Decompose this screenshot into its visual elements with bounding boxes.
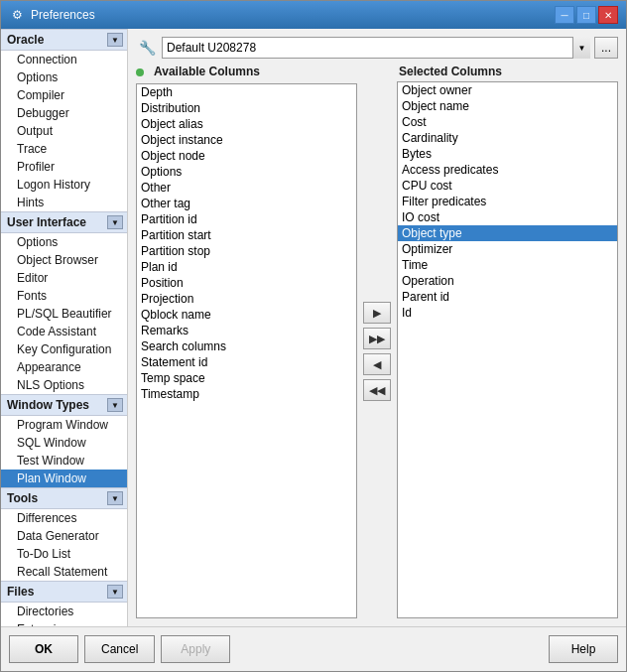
profile-select[interactable]: Default U208278 (162, 37, 590, 59)
sidebar-item-data-generator[interactable]: Data Generator (1, 527, 127, 545)
selected-col-access-predicates[interactable]: Access predicates (398, 162, 617, 178)
selected-col-operation[interactable]: Operation (398, 273, 617, 289)
sidebar-group-label-oracle: Oracle (7, 33, 44, 47)
available-col-qblock-name[interactable]: Qblock name (137, 307, 356, 323)
sidebar-item-hints[interactable]: Hints (1, 194, 127, 211)
available-col-depth[interactable]: Depth (137, 84, 356, 100)
move-left-button[interactable]: ◀ (363, 353, 391, 375)
selected-columns-listbox[interactable]: Object ownerObject nameCostCardinalityBy… (397, 81, 618, 618)
available-col-timestamp[interactable]: Timestamp (137, 386, 356, 402)
sidebar-group-arrow-window-types: ▼ (107, 398, 123, 412)
sidebar-group-window-types[interactable]: Window Types▼ (1, 394, 127, 416)
available-col-remarks[interactable]: Remarks (137, 323, 356, 338)
sidebar-item-code-assistant[interactable]: Code Assistant (1, 323, 127, 340)
sidebar-item-object-browser[interactable]: Object Browser (1, 251, 127, 269)
selected-col-cpu-cost[interactable]: CPU cost (398, 178, 617, 194)
available-col-partition-id[interactable]: Partition id (137, 211, 356, 227)
available-col-other[interactable]: Other (137, 180, 356, 196)
available-columns-box: Available Columns DepthDistributionObjec… (136, 65, 357, 618)
available-col-projection[interactable]: Projection (137, 291, 356, 307)
available-col-plan-id[interactable]: Plan id (137, 259, 356, 275)
sidebar-item-editor[interactable]: Editor (1, 269, 127, 287)
selected-col-cost[interactable]: Cost (398, 114, 617, 130)
sidebar-group-arrow-oracle: ▼ (107, 33, 123, 47)
profile-more-button[interactable]: ... (594, 37, 618, 59)
selected-col-time[interactable]: Time (398, 257, 617, 273)
selected-col-object-name[interactable]: Object name (398, 98, 617, 114)
available-col-options[interactable]: Options (137, 164, 356, 180)
sidebar-item-profiler[interactable]: Profiler (1, 158, 127, 176)
apply-button[interactable]: Apply (161, 635, 230, 663)
minimize-button[interactable]: ─ (555, 6, 574, 24)
move-all-left-button[interactable]: ◀◀ (363, 379, 391, 401)
sidebar-group-tools[interactable]: Tools▼ (1, 487, 127, 509)
selected-col-io-cost[interactable]: IO cost (398, 209, 617, 225)
selected-col-parent-id[interactable]: Parent id (398, 289, 617, 305)
available-col-statement-id[interactable]: Statement id (137, 354, 356, 370)
available-col-partition-stop[interactable]: Partition stop (137, 243, 356, 259)
sidebar-group-label-files: Files (7, 585, 34, 599)
sidebar-item-options[interactable]: Options (1, 68, 127, 86)
sidebar-item-test-window[interactable]: Test Window (1, 452, 127, 470)
available-columns-header: Available Columns (152, 65, 260, 78)
selected-col-cardinality[interactable]: Cardinality (398, 130, 617, 146)
selected-col-id[interactable]: Id (398, 305, 617, 321)
available-col-object-instance[interactable]: Object instance (137, 132, 356, 148)
available-columns-listbox[interactable]: DepthDistributionObject aliasObject inst… (136, 83, 357, 618)
move-right-button[interactable]: ▶ (363, 302, 391, 324)
sidebar-item-nls-options[interactable]: NLS Options (1, 376, 127, 394)
available-col-object-alias[interactable]: Object alias (137, 116, 356, 132)
sidebar-item-program-window[interactable]: Program Window (1, 416, 127, 434)
available-col-temp-space[interactable]: Temp space (137, 370, 356, 386)
sidebar-group-user-interface[interactable]: User Interface▼ (1, 211, 127, 233)
app-icon: ⚙ (9, 7, 25, 23)
move-all-right-button[interactable]: ▶▶ (363, 328, 391, 349)
sidebar-item-fonts[interactable]: Fonts (1, 287, 127, 305)
sidebar-group-arrow-tools: ▼ (107, 491, 123, 505)
sidebar-item-trace[interactable]: Trace (1, 140, 127, 158)
green-dot-icon (136, 68, 144, 76)
selected-col-optimizer[interactable]: Optimizer (398, 241, 617, 257)
sidebar-item-key-configuration[interactable]: Key Configuration (1, 340, 127, 358)
available-col-distribution[interactable]: Distribution (137, 100, 356, 116)
window-title: Preferences (31, 8, 549, 22)
columns-container: Available Columns DepthDistributionObjec… (136, 65, 618, 618)
sidebar-item-output[interactable]: Output (1, 122, 127, 140)
selected-columns-header: Selected Columns (397, 65, 618, 78)
sidebar-group-oracle[interactable]: Oracle▼ (1, 29, 127, 51)
sidebar-item-differences[interactable]: Differences (1, 509, 127, 527)
available-col-search-columns[interactable]: Search columns (137, 338, 356, 354)
sidebar-item-recall-statement[interactable]: Recall Statement (1, 563, 127, 581)
sidebar-item-sql-window[interactable]: SQL Window (1, 434, 127, 452)
sidebar-item-plan-window[interactable]: Plan Window (1, 470, 127, 487)
cancel-button[interactable]: Cancel (84, 635, 155, 663)
sidebar-group-label-window-types: Window Types (7, 398, 89, 412)
sidebar-item-directories[interactable]: Directories (1, 603, 127, 620)
preferences-dialog: ⚙ Preferences ─ □ ✕ Oracle▼ConnectionOpt… (0, 0, 627, 672)
sidebar-item-logon-history[interactable]: Logon History (1, 176, 127, 194)
maximize-button[interactable]: □ (576, 6, 596, 24)
sidebar-group-files[interactable]: Files▼ (1, 581, 127, 603)
selected-col-filter-predicates[interactable]: Filter predicates (398, 194, 617, 209)
profile-icon: 🔧 (136, 37, 158, 59)
sidebar-item-pl/sql-beautifier[interactable]: PL/SQL Beautifier (1, 305, 127, 323)
sidebar-item-to-do-list[interactable]: To-Do List (1, 545, 127, 563)
selected-col-object-owner[interactable]: Object owner (398, 82, 617, 98)
sidebar-item-compiler[interactable]: Compiler (1, 86, 127, 104)
available-col-object-node[interactable]: Object node (137, 148, 356, 164)
close-button[interactable]: ✕ (598, 6, 618, 24)
sidebar-group-arrow-user-interface: ▼ (107, 215, 123, 229)
window-controls: ─ □ ✕ (555, 6, 618, 24)
sidebar: Oracle▼ConnectionOptionsCompilerDebugger… (1, 29, 128, 626)
sidebar-item-options[interactable]: Options (1, 233, 127, 251)
available-col-position[interactable]: Position (137, 275, 356, 291)
available-col-partition-start[interactable]: Partition start (137, 227, 356, 243)
help-button[interactable]: Help (549, 635, 618, 663)
selected-col-bytes[interactable]: Bytes (398, 146, 617, 162)
sidebar-item-debugger[interactable]: Debugger (1, 104, 127, 122)
selected-col-object-type[interactable]: Object type (398, 225, 617, 241)
ok-button[interactable]: OK (9, 635, 78, 663)
available-col-other-tag[interactable]: Other tag (137, 196, 356, 211)
sidebar-item-connection[interactable]: Connection (1, 51, 127, 68)
sidebar-item-appearance[interactable]: Appearance (1, 358, 127, 376)
